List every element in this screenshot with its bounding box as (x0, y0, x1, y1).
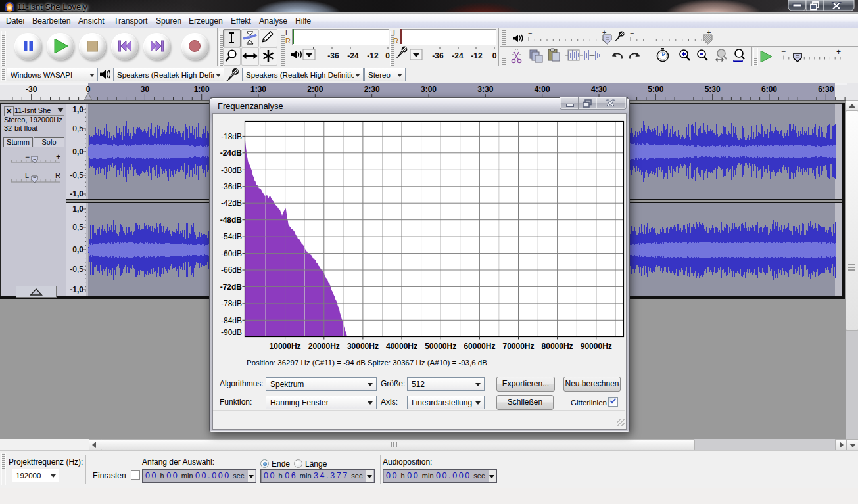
svg-text:10000Hz: 10000Hz (270, 342, 301, 351)
svg-text:-0,5: -0,5 (70, 171, 83, 180)
svg-text:-24: -24 (452, 51, 464, 60)
svg-text:70000Hz: 70000Hz (502, 342, 534, 351)
svg-text:0: 0 (492, 51, 497, 60)
svg-text:0,5: 0,5 (72, 223, 83, 232)
svg-text:-12: -12 (367, 51, 379, 60)
svg-text:Position: 36297 Hz (C#11) = -9: Position: 36297 Hz (C#11) = -94 dB (247, 359, 366, 367)
svg-text:3:30: 3:30 (477, 85, 493, 94)
svg-text:-1,0: -1,0 (70, 285, 83, 294)
svg-text:30: 30 (141, 85, 150, 94)
svg-text:2:00: 2:00 (307, 85, 323, 94)
svg-text:-54dB: -54dB (221, 232, 242, 241)
svg-text:+: + (836, 48, 841, 57)
svg-text:1:30: 1:30 (250, 85, 266, 94)
svg-text:0,5: 0,5 (72, 124, 83, 133)
svg-text:4:00: 4:00 (535, 85, 550, 94)
svg-text:3:00: 3:00 (421, 85, 437, 94)
svg-text:-78dB: -78dB (221, 299, 242, 308)
svg-text:4:30: 4:30 (591, 85, 607, 94)
svg-text:−: − (630, 30, 634, 37)
svg-text:0: 0 (385, 51, 390, 60)
svg-text:-60dB: -60dB (221, 249, 242, 258)
svg-text:-36: -36 (327, 51, 339, 60)
svg-text:-18dB: -18dB (221, 132, 242, 141)
svg-text:−: − (25, 152, 30, 162)
svg-text:-24dB: -24dB (220, 149, 243, 158)
svg-text:60000Hz: 60000Hz (464, 342, 495, 351)
svg-text:−: − (528, 30, 532, 37)
svg-text:80000Hz: 80000Hz (542, 342, 573, 351)
svg-text:R: R (55, 172, 60, 179)
svg-text:-84dB: -84dB (221, 316, 242, 325)
svg-text:1,0: 1,0 (72, 105, 83, 114)
svg-text:40000Hz: 40000Hz (386, 342, 417, 351)
svg-text:-36dB: -36dB (221, 182, 242, 191)
svg-text:0,0: 0,0 (72, 245, 83, 254)
svg-text:Spitze: 30367 Hz (A#10) = -93,: Spitze: 30367 Hz (A#10) = -93,6 dB (368, 359, 487, 367)
svg-text:6:00: 6:00 (761, 85, 777, 94)
svg-text:−: − (781, 48, 786, 56)
svg-text:0,0: 0,0 (72, 147, 83, 156)
svg-text:30000Hz: 30000Hz (347, 342, 379, 351)
svg-text:5:30: 5:30 (705, 85, 721, 94)
svg-text:6:30: 6:30 (818, 85, 834, 94)
svg-text:-12: -12 (471, 51, 483, 60)
svg-text:90000Hz: 90000Hz (581, 342, 612, 351)
svg-text:-42dB: -42dB (221, 198, 242, 208)
svg-text:5:00: 5:00 (648, 85, 663, 94)
svg-text:+: + (56, 152, 60, 162)
svg-text:2:30: 2:30 (364, 85, 380, 94)
svg-text:-24: -24 (347, 51, 359, 60)
svg-text:50000Hz: 50000Hz (425, 342, 456, 351)
svg-text:-30dB: -30dB (221, 166, 242, 175)
svg-text:-0,5: -0,5 (70, 265, 83, 274)
svg-text:-48dB: -48dB (220, 216, 243, 225)
svg-text:L: L (25, 172, 29, 179)
svg-text:-30: -30 (26, 85, 37, 94)
svg-text:-90dB: -90dB (221, 328, 242, 337)
svg-text:1:00: 1:00 (194, 85, 210, 94)
svg-text:-66dB: -66dB (221, 265, 242, 275)
svg-text:1,0: 1,0 (72, 204, 83, 214)
svg-text:-36: -36 (432, 51, 444, 60)
svg-text:-72dB: -72dB (220, 283, 243, 292)
svg-text:20000Hz: 20000Hz (308, 342, 340, 351)
svg-text:-1,0: -1,0 (70, 189, 83, 198)
